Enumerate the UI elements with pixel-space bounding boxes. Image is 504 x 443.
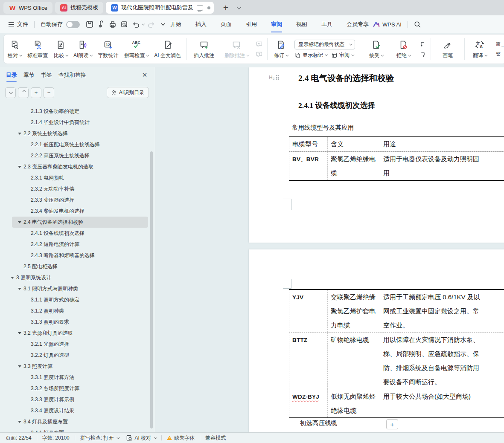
toc-item[interactable]: 2.5 配电柜选择 (0, 261, 153, 272)
doc-heading-2-4-1[interactable]: 2.4.1 设备线缆初次选择 (298, 100, 375, 110)
menu-插入[interactable]: 插入 (195, 19, 207, 29)
menu-视图[interactable]: 视图 (296, 19, 308, 29)
sidebar-tab-查找和替换[interactable]: 查找和替换 (58, 71, 86, 79)
word-count-indicator[interactable]: 字数: 20100 (42, 434, 70, 442)
tab-list-chevron[interactable] (237, 5, 241, 9)
collapse-triangle-icon[interactable] (18, 421, 21, 423)
missing-font-warning[interactable]: 缺失字体 (167, 434, 195, 442)
standard-review-button[interactable]: 标准审查 (24, 36, 51, 62)
autosave-toggle[interactable] (66, 21, 80, 28)
search-icon[interactable] (414, 21, 421, 28)
proofread-button[interactable]: 校对 (5, 36, 24, 62)
tab-docer-template[interactable]: AI 找稻壳模板 (55, 2, 103, 14)
next-change-button[interactable] (419, 50, 427, 58)
new-tab-button[interactable]: + (221, 3, 231, 13)
accept-button[interactable]: 接受 (362, 36, 390, 62)
page-indicator[interactable]: 页面: 22/54 (6, 434, 32, 442)
toc-item[interactable]: 2.2.2 高压系统主接线选择 (0, 150, 153, 161)
toc-item[interactable]: 3.3 照度计算 (0, 361, 153, 372)
toc-item[interactable]: 3.1.2 照明种类 (0, 305, 153, 316)
table-cell[interactable]: BV、BVR (289, 152, 327, 180)
toc-item[interactable]: 3.3.3 照度计算示例 (0, 394, 153, 405)
undo-icon[interactable] (132, 20, 140, 28)
ai-read-button[interactable]: AI朗读 (70, 36, 95, 62)
table-cell[interactable]: 矿物绝缘电缆 (327, 333, 380, 389)
compat-mode-indicator[interactable]: 兼容模式 (205, 434, 226, 442)
menu-审阅[interactable]: 审阅 (271, 19, 283, 29)
toc-item[interactable]: 2.4.2 短路电流的计算 (0, 239, 153, 250)
close-icon[interactable]: ✕ (141, 72, 148, 78)
table-cell[interactable]: BTTZ (289, 333, 327, 389)
markup-state-select[interactable]: 显示标记的最终状态 (294, 40, 355, 49)
to-simplified-button[interactable]: 繁→转简 (496, 51, 504, 58)
toc-item[interactable]: 3.1.1 照明方式的确定 (0, 294, 153, 305)
chat-bubble-icon[interactable] (197, 5, 203, 11)
brush-button[interactable]: 画笔 (433, 36, 462, 62)
tab-document[interactable]: W 现代化医院照明供配电防雷及 (106, 2, 214, 14)
table-add-row-button[interactable]: + (386, 419, 398, 429)
table-cell[interactable]: 适用于工频额定电压 0.6/1KV 及以网或工业装置中固定敷设之用。常空作业。 (380, 290, 504, 332)
collapse-triangle-icon[interactable] (18, 221, 21, 223)
table-header-cell[interactable]: 电缆型号 (289, 137, 327, 151)
menu-开始[interactable]: 开始 (170, 19, 182, 29)
more-commands-chevron[interactable] (159, 20, 167, 28)
doc-heading-2-4[interactable]: 2.4 电气设备的选择和校验 (298, 72, 394, 84)
toc-item[interactable]: 3.3.1 照度计算方法 (0, 372, 153, 383)
spell-check-button[interactable]: ABC 拼写检查 (121, 36, 151, 62)
collapse-triangle-icon[interactable] (18, 332, 21, 334)
track-changes-button[interactable]: 修订 (270, 36, 292, 62)
save-icon[interactable] (86, 20, 93, 28)
redo-icon[interactable] (148, 20, 155, 28)
print-preview-icon[interactable] (120, 20, 128, 28)
ai-polish-button[interactable]: AI 全文润色 (151, 36, 184, 62)
toc-item[interactable]: 3.2.2 灯具的选型 (0, 350, 153, 361)
toc-item[interactable]: 2.2.1 低压配电系统主接线选择 (0, 139, 153, 150)
toc-item[interactable]: 2.3.2 无功功率补偿 (0, 183, 153, 194)
wps-ai-menu[interactable]: WPS AI (382, 21, 402, 28)
show-markup-button[interactable]: 显示标记 (294, 52, 327, 59)
sidebar-tab-书签[interactable]: 书签 (41, 71, 52, 79)
sidebar-tab-章节[interactable]: 章节 (23, 71, 35, 79)
toc-item[interactable]: 2.4 电气设备的选择和校验 (0, 217, 153, 228)
table-cell[interactable]: 用于较大公共场合(如大型商场) (380, 389, 504, 417)
ai-recognize-toc-button[interactable]: AI识别目录 (107, 87, 149, 98)
sidebar-tab-目录[interactable]: 目录 (6, 71, 17, 79)
toc-item[interactable]: 2.4.1 设备线缆初次选择 (0, 228, 153, 239)
menu-工具[interactable]: 工具 (321, 19, 333, 29)
table-cell[interactable]: WDZ-BYJ (289, 389, 327, 417)
toc-item[interactable]: 3.4.1 灯具布置 (0, 427, 153, 432)
reviewers-button[interactable]: 审阅 (331, 52, 353, 59)
insert-comment-button[interactable]: 插入批注 (189, 36, 219, 62)
toc-item[interactable]: 2.3.4 柴油发电机的选择 (0, 206, 153, 217)
delete-comment-button[interactable]: 删除批注 (219, 36, 253, 62)
next-comment-button[interactable] (255, 50, 263, 58)
doc-paragraph[interactable]: 常用线缆型号及其应用 (292, 124, 354, 132)
document-page-1[interactable]: H₂ 2.4 电气设备的选择和校验 2.4.1 设备线缆初次选择 常用线缆型号及… (249, 67, 504, 243)
collapse-triangle-icon[interactable] (11, 277, 14, 279)
prev-change-button[interactable] (419, 40, 427, 48)
collapse-triangle-icon[interactable] (18, 133, 21, 135)
doc-paragraph-high-voltage[interactable]: 初选高压线缆 (300, 419, 337, 427)
translate-button[interactable]: 文A 翻译 (467, 36, 492, 62)
table-cell[interactable]: 适用于电器仪表设备及动力照明固用 (380, 152, 504, 180)
table-cell[interactable]: 聚氯乙烯绝缘电缆 (327, 152, 380, 180)
heading-level-badge[interactable]: H₂ (269, 75, 280, 81)
word-count-button[interactable]: 12 字数统计 (95, 36, 121, 62)
collapse-triangle-icon[interactable] (18, 288, 21, 290)
prev-comment-button[interactable] (255, 40, 263, 48)
cable-table-part2[interactable]: YJV交联聚乙烯绝缘聚氯乙烯护套电力电缆适用于工频额定电压 0.6/1KV 及以… (289, 289, 504, 418)
toc-item[interactable]: 2.1.4 毕业设计中负荷统计 (0, 117, 153, 128)
toc-item[interactable]: 2.2 系统主接线选择 (0, 128, 153, 139)
compare-button[interactable]: 比较 (51, 36, 70, 62)
collapse-up-button[interactable] (18, 87, 29, 98)
toc-item[interactable]: 3.3.2 各场所照度计算 (0, 383, 153, 394)
ai-proofread-status[interactable]: AI 校对 (126, 434, 156, 442)
menu-页面[interactable]: 页面 (220, 19, 232, 29)
toc-item[interactable]: 2.1.3 设备功率的确定 (0, 106, 153, 117)
toc-item[interactable]: 2.3.1 电网损耗 (0, 172, 153, 183)
reject-button[interactable]: 拒绝 (390, 36, 417, 62)
toc-item[interactable]: 3.4 灯具及插座布置 (0, 416, 153, 427)
file-menu[interactable]: 文件 (17, 20, 28, 28)
table-header-cell[interactable]: 含义 (327, 137, 380, 151)
toc-item[interactable]: 2.3 变压器和柴油发电机的选取 (0, 161, 153, 172)
